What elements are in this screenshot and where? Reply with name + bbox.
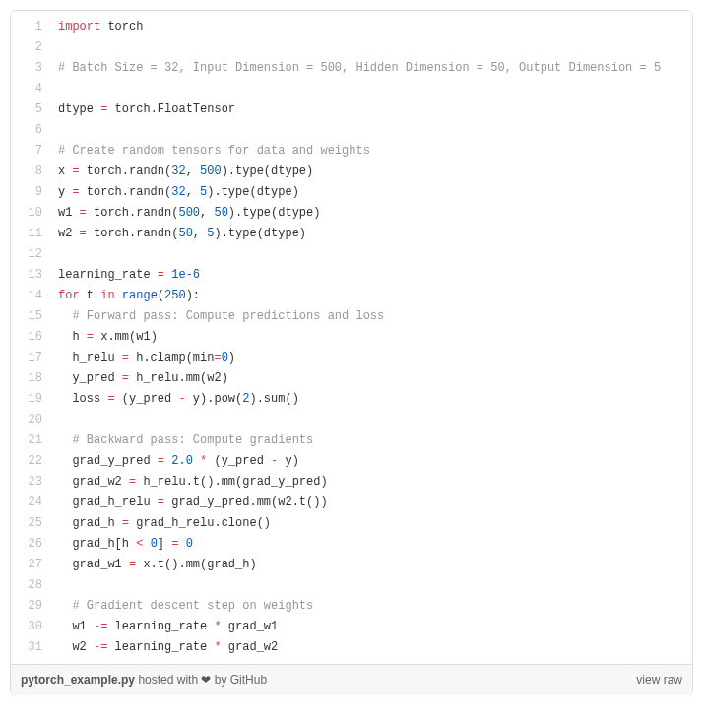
line-number: 21 (23, 430, 42, 451)
code-line: grad_w2 = h_relu.t().mm(grad_y_pred) (58, 472, 684, 493)
line-number: 27 (23, 555, 42, 575)
code-line (58, 575, 684, 596)
line-number: 29 (23, 596, 42, 617)
line-number: 16 (23, 327, 42, 348)
line-number: 25 (23, 513, 42, 534)
code-line: learning_rate = 1e-6 (58, 265, 684, 286)
line-number: 20 (23, 410, 42, 430)
line-number: 15 (23, 306, 42, 327)
line-number: 6 (23, 120, 42, 141)
line-number: 9 (23, 182, 42, 203)
line-number: 14 (23, 286, 42, 306)
github-link[interactable]: GitHub (230, 673, 267, 687)
code-line: for t in range(250): (58, 286, 684, 306)
line-number: 7 (23, 141, 42, 162)
gist-footer: pytorch_example.py hosted with ❤ by GitH… (11, 664, 692, 695)
line-number: 12 (23, 244, 42, 265)
gist-filename-link[interactable]: pytorch_example.py (21, 673, 135, 687)
code-content[interactable]: import torch # Batch Size = 32, Input Di… (50, 11, 692, 664)
line-number: 19 (23, 389, 42, 410)
line-number: 24 (23, 493, 42, 513)
code-line: w1 -= learning_rate * grad_w1 (58, 617, 684, 637)
code-line: # Gradient descent step on weights (58, 596, 684, 617)
code-line (58, 244, 684, 265)
code-line (58, 37, 684, 58)
line-number: 1 (23, 17, 42, 37)
code-line: grad_h = grad_h_relu.clone() (58, 513, 684, 534)
code-area: 1234567891011121314151617181920212223242… (11, 11, 692, 664)
footer-left: pytorch_example.py hosted with ❤ by GitH… (21, 673, 267, 687)
line-number: 31 (23, 637, 42, 658)
code-line: w2 -= learning_rate * grad_w2 (58, 637, 684, 658)
code-line: w2 = torch.randn(50, 5).type(dtype) (58, 224, 684, 244)
code-line: # Backward pass: Compute gradients (58, 430, 684, 451)
by-text: by (211, 673, 229, 687)
code-line: dtype = torch.FloatTensor (58, 99, 684, 120)
code-line: import torch (58, 17, 684, 37)
line-number: 5 (23, 99, 42, 120)
line-number: 8 (23, 162, 42, 182)
code-line: h_relu = h.clamp(min=0) (58, 348, 684, 368)
line-number: 22 (23, 451, 42, 472)
code-line: grad_w1 = x.t().mm(grad_h) (58, 555, 684, 575)
code-line (58, 410, 684, 430)
code-line: grad_h_relu = grad_y_pred.mm(w2.t()) (58, 493, 684, 513)
code-line: x = torch.randn(32, 500).type(dtype) (58, 162, 684, 182)
line-number: 10 (23, 203, 42, 224)
line-number-gutter: 1234567891011121314151617181920212223242… (11, 11, 50, 664)
code-line: grad_h[h < 0] = 0 (58, 534, 684, 555)
code-line (58, 120, 684, 141)
code-line: w1 = torch.randn(500, 50).type(dtype) (58, 203, 684, 224)
line-number: 13 (23, 265, 42, 286)
code-line: # Create random tensors for data and wei… (58, 141, 684, 162)
line-number: 11 (23, 224, 42, 244)
line-number: 28 (23, 575, 42, 596)
line-number: 17 (23, 348, 42, 368)
code-line: h = x.mm(w1) (58, 327, 684, 348)
gist-container: 1234567891011121314151617181920212223242… (10, 10, 693, 695)
heart-icon: ❤ (201, 673, 211, 687)
view-raw-link[interactable]: view raw (636, 673, 682, 687)
code-line: # Batch Size = 32, Input Dimension = 500… (58, 58, 684, 79)
line-number: 2 (23, 37, 42, 58)
line-number: 3 (23, 58, 42, 79)
code-line: y_pred = h_relu.mm(w2) (58, 368, 684, 389)
line-number: 30 (23, 617, 42, 637)
code-line: y = torch.randn(32, 5).type(dtype) (58, 182, 684, 203)
line-number: 23 (23, 472, 42, 493)
line-number: 18 (23, 368, 42, 389)
line-number: 4 (23, 79, 42, 99)
line-number: 26 (23, 534, 42, 555)
code-line: grad_y_pred = 2.0 * (y_pred - y) (58, 451, 684, 472)
hosted-text: hosted with (135, 673, 201, 687)
code-line: # Forward pass: Compute predictions and … (58, 306, 684, 327)
code-line (58, 79, 684, 99)
code-line: loss = (y_pred - y).pow(2).sum() (58, 389, 684, 410)
